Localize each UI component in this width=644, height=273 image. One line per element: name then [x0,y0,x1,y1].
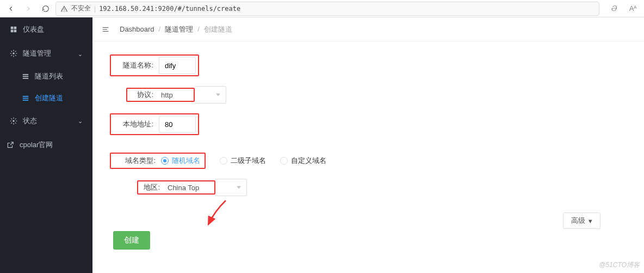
sidebar-item-status[interactable]: 状态 ⌄ [0,109,92,133]
row-local-address: 本地地址: [110,113,627,135]
tunnel-form: 隧道名称: 协议: http 本地地址: 域 [92,41,644,263]
text-size-icon[interactable]: Aᴬ [626,2,641,16]
url-text: 192.168.50.241:9200/#/tunnels/create [99,5,240,13]
reader-mode-icon[interactable]: Ə [606,2,621,16]
name-label: 隧道名称: [113,60,159,70]
sidebar-item-label: 隧道列表 [35,71,63,81]
svg-rect-5 [23,74,29,75]
sidebar-item-tunnel-manage[interactable]: 隧道管理 ⌃ [0,41,92,65]
sidebar-item-dashboard[interactable]: 仪表盘 [0,17,92,41]
breadcrumb-sep: / [159,25,161,33]
external-link-icon [7,141,14,149]
svg-point-4 [13,52,15,54]
svg-rect-8 [23,96,29,97]
sidebar-item-tunnel-list[interactable]: 隧道列表 [0,65,92,87]
svg-rect-6 [23,76,29,77]
local-address-input[interactable] [159,116,196,133]
svg-rect-3 [14,30,17,33]
breadcrumb-item[interactable]: Dashboard [120,25,154,33]
main-content: Dashboard / 隧道管理 / 创建隧道 隧道名称: 协议: http [92,17,644,273]
breadcrumb-sep: / [197,25,200,33]
list-icon [22,94,29,102]
back-icon [7,5,15,13]
domain-label: 域名类型: [115,156,161,166]
sidebar-item-label: 隧道管理 [23,48,51,58]
region-select[interactable] [215,179,247,196]
create-button[interactable]: 创建 [113,231,150,250]
radio-label: 随机域名 [172,156,200,166]
browser-toolbar: 不安全 | 192.168.50.241:9200/#/tunnels/crea… [0,0,644,17]
radio-dot-icon [161,157,169,165]
radio-subdomain[interactable]: 二级子域名 [220,156,266,166]
row-domain-type: 域名类型: 随机域名 二级子域名 自定义域名 [110,153,627,169]
svg-rect-10 [23,100,29,101]
protocol-select[interactable] [195,86,226,104]
hamburger-icon[interactable] [101,26,110,33]
advanced-button[interactable]: 高级 ▾ [563,213,600,229]
forward-button[interactable] [21,2,36,16]
sidebar-item-create-tunnel[interactable]: 创建隧道 [0,87,92,109]
sidebar-item-label: 状态 [23,116,37,126]
radio-label: 自定义域名 [291,156,326,166]
forward-icon [24,5,32,13]
sidebar-item-label: cpolar官网 [20,140,53,150]
advanced-row: 高级 ▾ [110,213,627,229]
address-bar[interactable]: 不安全 | 192.168.50.241:9200/#/tunnels/crea… [55,2,599,16]
svg-rect-0 [11,27,14,29]
insecure-warning-icon [60,5,68,13]
sidebar-item-label: 仪表盘 [23,25,44,34]
breadcrumb-item[interactable]: 隧道管理 [165,25,193,34]
svg-rect-9 [23,98,29,99]
radio-dot-icon [280,157,288,165]
radio-random-domain[interactable]: 随机域名 [161,156,200,166]
radio-label: 二级子域名 [231,156,266,166]
svg-point-11 [13,120,15,122]
row-region: 地区: China Top [137,179,627,196]
breadcrumb-current: 创建隧道 [204,25,232,34]
caret-down-icon: ▾ [589,217,592,225]
cog-icon [10,50,17,57]
radio-custom-domain[interactable]: 自定义域名 [280,156,326,166]
row-protocol: 协议: http [126,86,627,104]
row-tunnel-name: 隧道名称: [110,54,627,76]
proto-value: http [159,91,191,99]
svg-rect-2 [11,30,14,33]
sidebar-item-cpolar-site[interactable]: cpolar官网 [0,133,92,157]
dashboard-icon [10,26,17,33]
proto-label: 协议: [129,90,159,100]
chevron-down-icon: ⌄ [78,118,83,125]
svg-rect-1 [14,27,17,29]
advanced-label: 高级 [571,216,585,226]
radio-dot-icon [220,157,227,165]
watermark: @51CTO博客 [599,260,640,270]
addr-label: 本地地址: [113,119,159,129]
region-value: China Top [165,184,212,192]
sidebar-item-label: 创建隧道 [35,93,63,103]
reload-icon [42,5,49,13]
tunnel-name-input[interactable] [159,57,196,74]
reload-button[interactable] [38,2,53,16]
insecure-label: 不安全 [71,4,91,13]
list-icon [22,72,29,80]
chevron-up-icon: ⌃ [78,50,83,57]
region-label: 地区: [140,183,165,192]
back-button[interactable] [3,2,18,16]
sidebar: 仪表盘 隧道管理 ⌃ 隧道列表 创建隧道 状态 ⌄ cpolar官网 [0,17,92,273]
topbar: Dashboard / 隧道管理 / 创建隧道 [92,17,644,41]
cog-icon [10,117,17,125]
svg-rect-7 [23,78,29,79]
